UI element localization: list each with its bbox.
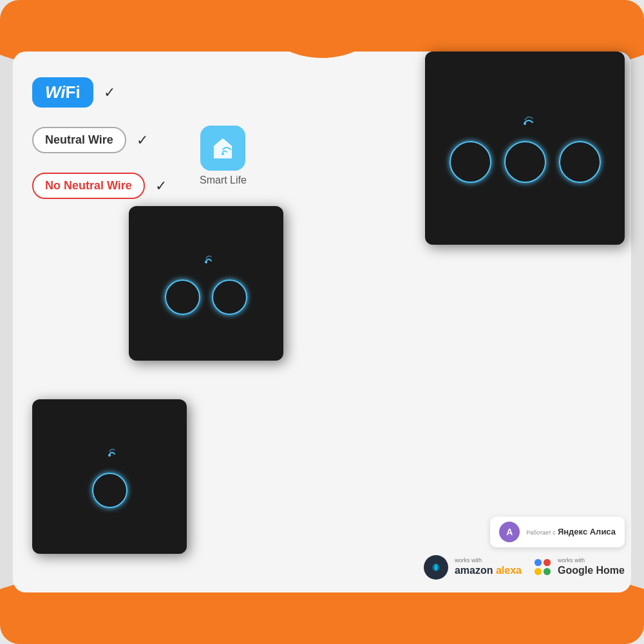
orange-tab-decoration [270, 0, 374, 58]
yandex-brand-label: Яндекс Алиса [558, 527, 616, 536]
switch-1gang-bl-wifi-icon [102, 445, 117, 460]
svg-point-1 [524, 122, 526, 125]
wifi-icon-svg [516, 113, 534, 125]
smart-life-svg [209, 134, 237, 162]
neutral-wire-checkmark: ✓ [137, 132, 148, 149]
switch-2gang-btn-2[interactable] [212, 279, 247, 315]
no-neutral-wire-label: No Neutral Wire [45, 179, 132, 192]
alexa-text: works with amazon alexa [455, 557, 522, 578]
feature-badges: WiFi ✓ Neutral Wire ✓ No Neutral Wire ✓ [32, 77, 167, 199]
yandex-icon: А [499, 522, 520, 542]
alexa-works-label: works with [455, 557, 522, 565]
switch-3gang-wifi-icon [516, 113, 534, 128]
no-neutral-wire-checkmark: ✓ [155, 178, 167, 194]
no-neutral-wire-badge: No Neutral Wire ✓ [32, 173, 167, 199]
switch-3gang-btn-1[interactable] [450, 141, 491, 183]
smart-life-icon-area: Smart Life [200, 126, 247, 186]
switch-2gang [129, 206, 283, 361]
svg-point-0 [222, 153, 224, 155]
google-dot-green [544, 568, 551, 575]
alexa-icon [424, 555, 448, 580]
wifi-label: WiFi [45, 82, 80, 102]
smart-life-label: Smart Life [200, 175, 247, 186]
no-neutral-wire-box: No Neutral Wire [32, 173, 145, 199]
wifi-checkmark: ✓ [104, 84, 115, 101]
neutral-wire-box: Neutral Wire [32, 127, 126, 153]
google-dot-blue [535, 559, 542, 566]
switch-3gang-btn-2[interactable] [504, 141, 546, 183]
yandex-works-label: Работает с [526, 529, 556, 536]
wifi-box: WiFi [32, 77, 93, 108]
yandex-text: Работает с Яндекс Алиса [526, 527, 616, 538]
switch-3gang [425, 52, 625, 245]
background: WiFi ✓ Neutral Wire ✓ No Neutral Wire ✓ [0, 0, 644, 644]
switch-1gang-bottom-left [32, 399, 187, 554]
google-dot-yellow [535, 568, 542, 575]
google-badge: works with Google Home [535, 557, 625, 578]
bottom-logos-row: works with amazon alexa works with Googl… [424, 555, 625, 580]
switch-2gang-btn-1[interactable] [165, 279, 200, 315]
google-icon [535, 559, 553, 575]
alexa-svg [429, 560, 443, 574]
google-dot-red [544, 559, 551, 566]
wifi-icon-2gang-svg [198, 253, 214, 263]
alexa-brand-label: amazon alexa [455, 565, 522, 576]
wifi-icon-1gang-bl-svg [102, 446, 117, 457]
neutral-wire-badge: Neutral Wire ✓ [32, 127, 167, 153]
alexa-brand-suffix: alexa [493, 565, 522, 576]
google-brand-label: Google Home [558, 565, 625, 576]
google-text: works with Google Home [558, 557, 625, 578]
switch-3gang-buttons [450, 141, 601, 183]
svg-point-2 [205, 261, 207, 263]
svg-point-3 [108, 454, 111, 457]
switch-3gang-btn-3[interactable] [559, 141, 601, 183]
svg-point-5 [434, 564, 438, 571]
wifi-badge: WiFi ✓ [32, 77, 167, 108]
neutral-wire-label: Neutral Wire [45, 133, 113, 146]
yandex-badge: А Работает с Яндекс Алиса [490, 516, 625, 547]
google-works-label: works with [558, 557, 625, 565]
switch-2gang-buttons [165, 279, 247, 315]
switch-1gang-bl-btn[interactable] [92, 473, 128, 508]
logos-area: А Работает с Яндекс Алиса works with [424, 516, 625, 580]
alexa-badge: works with amazon alexa [424, 555, 522, 580]
switch-2gang-wifi-icon [198, 252, 214, 267]
smart-life-icon [200, 126, 245, 171]
